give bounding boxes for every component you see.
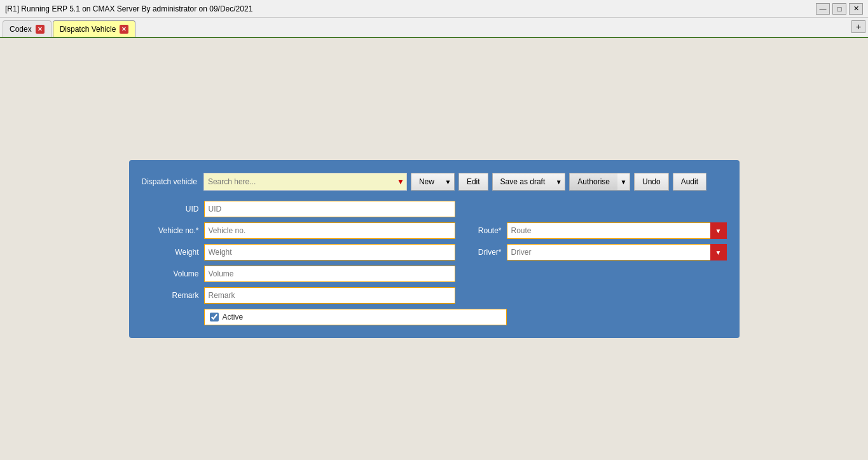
weight-driver-row: Weight Driver* ▼ [142, 244, 727, 260]
tab-bar: Codex ✕ Dispatch Vehicle ✕ + [0, 18, 868, 38]
driver-input[interactable] [507, 244, 727, 260]
driver-label: Driver* [460, 248, 502, 257]
form-grid: UID Vehicle no.* Route* ▼ [142, 201, 727, 325]
route-input[interactable] [507, 222, 727, 239]
weight-label: Weight [142, 248, 199, 257]
minimize-button[interactable]: — [816, 3, 830, 15]
uid-label: UID [142, 205, 199, 213]
volume-input[interactable] [204, 266, 455, 282]
route-label: Route* [460, 226, 502, 235]
route-dropdown-arrow-icon: ▼ [715, 227, 722, 234]
driver-dropdown-button[interactable]: ▼ [710, 244, 727, 260]
driver-dropdown-wrapper: ▼ [507, 244, 727, 260]
maximize-button[interactable]: □ [832, 3, 846, 15]
vehicle-route-row: Vehicle no.* Route* ▼ [142, 222, 727, 239]
tab-dispatch-vehicle[interactable]: Dispatch Vehicle ✕ [53, 20, 136, 37]
route-dropdown-button[interactable]: ▼ [710, 222, 727, 239]
authorise-dropdown-button[interactable]: ▼ [617, 173, 630, 191]
driver-section: Driver* ▼ [460, 244, 727, 260]
title-bar-controls: — □ ✕ [816, 3, 863, 15]
search-input[interactable] [203, 173, 407, 191]
new-button[interactable]: New [411, 173, 442, 191]
tab-dispatch-vehicle-label: Dispatch Vehicle [60, 25, 116, 34]
volume-label: Volume [142, 269, 199, 278]
undo-button[interactable]: Undo [634, 173, 669, 191]
form-card: Dispatch vehicle ▼ New ▼ Edit Save as dr… [129, 160, 740, 338]
tab-codex[interactable]: Codex ✕ [3, 20, 52, 37]
authorise-button-group: Authorise ▼ [569, 173, 630, 191]
tab-dispatch-vehicle-close[interactable]: ✕ [120, 25, 128, 34]
save-draft-dropdown-button[interactable]: ▼ [553, 173, 565, 191]
uid-row: UID [142, 201, 727, 217]
tab-codex-close[interactable]: ✕ [36, 25, 45, 34]
uid-input[interactable] [204, 201, 455, 217]
dispatch-vehicle-label: Dispatch vehicle [142, 177, 197, 186]
route-dropdown-wrapper: ▼ [507, 222, 727, 239]
toolbar: Dispatch vehicle ▼ New ▼ Edit Save as dr… [142, 173, 727, 191]
active-label: Active [223, 313, 244, 321]
main-content: Dispatch vehicle ▼ New ▼ Edit Save as dr… [0, 38, 868, 460]
active-row: Active [142, 309, 727, 325]
tab-codex-label: Codex [10, 25, 32, 34]
save-draft-button-group: Save as draft ▼ [492, 173, 566, 191]
save-draft-button[interactable]: Save as draft [492, 173, 553, 191]
route-section: Route* ▼ [460, 222, 727, 239]
new-dropdown-button[interactable]: ▼ [442, 173, 455, 191]
close-button[interactable]: ✕ [849, 3, 863, 15]
audit-button[interactable]: Audit [673, 173, 706, 191]
active-checkbox[interactable] [210, 313, 219, 321]
title-bar-text: [R1] Running ERP 5.1 on CMAX Server By a… [5, 4, 252, 13]
vehicle-no-label: Vehicle no.* [142, 226, 199, 235]
remark-row: Remark [142, 287, 727, 304]
new-button-group: New ▼ [411, 173, 455, 191]
active-container: Active [204, 309, 507, 325]
weight-input[interactable] [204, 244, 455, 260]
authorise-button[interactable]: Authorise [569, 173, 617, 191]
remark-label: Remark [142, 291, 199, 300]
vehicle-no-input[interactable] [204, 222, 455, 239]
search-wrapper: ▼ [203, 173, 407, 191]
edit-button[interactable]: Edit [458, 173, 488, 191]
driver-dropdown-arrow-icon: ▼ [715, 249, 722, 256]
volume-row: Volume [142, 266, 727, 282]
title-bar: [R1] Running ERP 5.1 on CMAX Server By a… [0, 0, 868, 18]
remark-input[interactable] [204, 287, 455, 304]
tab-add-button[interactable]: + [851, 20, 865, 33]
